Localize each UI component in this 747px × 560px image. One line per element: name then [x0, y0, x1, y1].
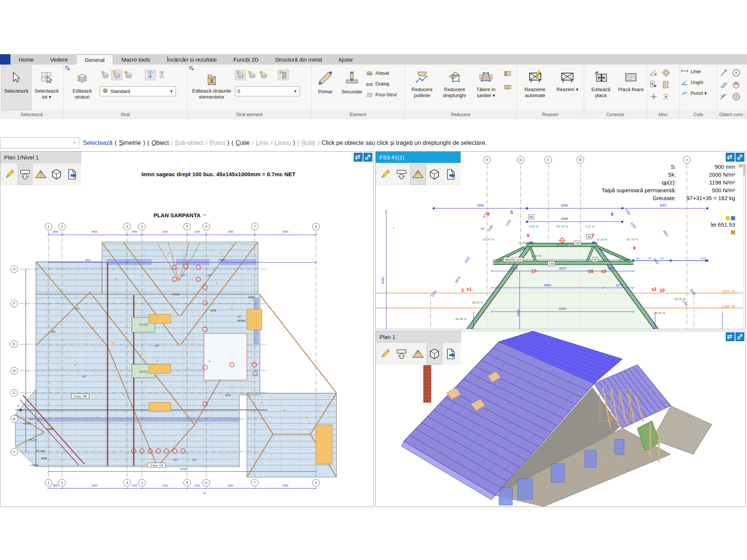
plan-view-button[interactable] — [18, 164, 32, 185]
hatch-block-button[interactable] — [501, 68, 514, 79]
vertical-scrollbar[interactable] — [743, 163, 746, 329]
obiect-eye-button[interactable] — [731, 91, 741, 102]
atasat-button[interactable]: Atașat — [366, 68, 397, 78]
command-segment[interactable]: Rotiți — [301, 140, 315, 146]
plan-view-button[interactable] — [394, 343, 409, 364]
tab-general[interactable]: General — [76, 54, 113, 65]
command-segment[interactable]: ) — [143, 140, 145, 146]
reducere-dreptunghi-button[interactable]: Reducere dre­ptunghi — [438, 65, 471, 110]
tab-macro-tools[interactable]: Macro tools — [113, 54, 159, 65]
edit-tool-button[interactable] — [377, 343, 393, 364]
command-segment[interactable]: Lasou — [275, 140, 291, 146]
command-segment[interactable]: ) — [227, 140, 229, 146]
dialog-launcher-icon[interactable] — [189, 66, 194, 71]
cube-view-button[interactable] — [427, 164, 442, 185]
plate-dot-button[interactable] — [501, 82, 514, 92]
cube-view-button[interactable] — [427, 343, 442, 364]
obiect-circle-point-button[interactable] — [731, 68, 741, 78]
layer-dropdown[interactable]: Standard ▼ — [100, 86, 176, 96]
obiect-delete-button[interactable] — [731, 80, 741, 90]
truss-view-button[interactable] — [410, 164, 426, 185]
obiect-check-button[interactable] — [718, 91, 729, 102]
posi-strut-button[interactable]: Posi-Strut — [366, 90, 397, 99]
command-segment[interactable]: ( — [232, 140, 233, 146]
command-history-dropdown[interactable]: ˅ — [0, 137, 79, 149]
editeaza-placa-button[interactable]: Editează placa — [585, 65, 616, 110]
element-layer-stamp-button[interactable] — [258, 70, 269, 80]
command-segment[interactable]: Cutie — [236, 140, 249, 146]
cote-linie-button[interactable]: Linie — [681, 67, 716, 76]
secundar-button[interactable]: Secundar — [338, 65, 366, 110]
command-segment[interactable]: Obiect — [152, 140, 169, 146]
taiere-santier-button[interactable]: Tăiere în șantier ▾ — [471, 65, 501, 110]
edit-element-layers-button[interactable]: Editează straturile elementelor — [189, 65, 235, 114]
command-segment[interactable]: ) — [293, 140, 295, 146]
command-segment[interactable]: ( — [115, 140, 117, 146]
tab--nc-rc-ri-si-rezultate[interactable]: Încărcări si rezultate — [158, 54, 225, 65]
reazeme-automate-button[interactable]: Reazeme automate — [518, 65, 552, 110]
command-segment[interactable]: Sub-obiect — [175, 140, 204, 146]
misc-doc-export-button[interactable] — [648, 80, 659, 90]
maximize-view-button[interactable] — [735, 153, 744, 162]
command-segment[interactable]: Click pe obiecte sau click și trageți un… — [322, 140, 487, 146]
layer-stamp-button[interactable] — [123, 70, 134, 80]
cube-view-button[interactable] — [49, 164, 64, 185]
plan-view-button[interactable] — [394, 164, 409, 185]
app-logo[interactable] — [0, 54, 10, 65]
command-segment[interactable]: ( — [297, 140, 299, 146]
command-segment[interactable]: Simetrie — [119, 140, 141, 146]
cote-punct-button[interactable]: Punct ▾ — [681, 88, 716, 98]
viewport-truss[interactable]: EDCBA++435926885057268818162623181649801… — [375, 151, 746, 329]
obiect-line-button[interactable] — [718, 68, 729, 78]
layer-active-button[interactable] — [111, 70, 122, 80]
tab-vedere[interactable]: Vedere — [42, 54, 76, 65]
cote-unghi-button[interactable]: Unghi — [681, 78, 716, 87]
tab-ajutor[interactable]: Ajutor — [330, 54, 361, 65]
command-segment[interactable]: / — [271, 140, 272, 146]
misc-angle-delete-button[interactable] — [648, 68, 659, 78]
tab-func-ii-2d[interactable]: Funcții 2D — [225, 54, 267, 65]
swap-view-button[interactable] — [354, 153, 363, 162]
fan-view-button[interactable] — [156, 70, 167, 80]
maximize-view-button[interactable] — [363, 153, 372, 162]
swap-view-button[interactable] — [726, 332, 735, 341]
element-layer-active-button[interactable] — [247, 70, 257, 80]
viewport-plan-title[interactable]: Plan 1/Nivel 1 — [0, 152, 81, 163]
truss-view-button[interactable] — [410, 343, 426, 364]
viewport-truss-title[interactable]: FS3 #1(1) — [376, 152, 461, 163]
dublaj-button[interactable]: Dublaj — [366, 79, 397, 88]
plan-drawing[interactable]: 1122334455667788GFEDCBAC3 C3C3 C31850480… — [0, 186, 374, 507]
command-segment[interactable]: / — [206, 140, 207, 146]
command-segment[interactable]: ( — [148, 140, 149, 146]
element-column-view-button[interactable] — [278, 70, 289, 80]
export-view-button[interactable] — [443, 343, 459, 364]
primar-button[interactable]: Primar — [313, 65, 338, 110]
command-segment[interactable]: / — [171, 140, 173, 146]
misc-column-dim-button[interactable] — [660, 80, 671, 90]
misc-grid-plus-button[interactable] — [660, 91, 671, 102]
freeze-view-button[interactable] — [145, 70, 156, 80]
command-segment[interactable]: Linie — [256, 140, 269, 146]
tab-structur-din-metal[interactable]: Structură din metal — [267, 54, 330, 65]
select-all-button[interactable]: Selectează tot ▾ — [31, 65, 62, 110]
viewport-3d[interactable]: Plan 1 — [375, 331, 746, 507]
command-segment[interactable]: Punct — [210, 140, 225, 146]
tab-home[interactable]: Home — [10, 54, 42, 65]
edit-layers-button[interactable]: Editează straturi — [65, 65, 100, 114]
viewport-3d-title[interactable]: Plan 1 — [376, 331, 461, 343]
obiect-parallel-button[interactable] — [718, 80, 729, 90]
command-segment[interactable]: ) — [317, 140, 319, 146]
truss-view-button[interactable] — [33, 164, 48, 185]
viewport-plan[interactable]: 1122334455667788GFEDCBAC3 C3C3 C31850480… — [0, 151, 374, 507]
edit-tool-button[interactable] — [2, 164, 17, 185]
swap-view-button[interactable] — [726, 153, 735, 162]
reducere-polilinie-button[interactable]: Reducere polilinie — [406, 65, 438, 110]
reazem-button[interactable]: Reazem ▾ — [552, 65, 583, 110]
element-layer-visibility-button[interactable] — [235, 70, 246, 80]
export-view-button[interactable] — [443, 164, 459, 185]
placa-fixare-button[interactable]: Placă fixare — [616, 65, 645, 110]
element-layer-dropdown[interactable]: 0 ▼ — [235, 86, 300, 96]
export-view-button[interactable] — [65, 164, 80, 185]
misc-add-point-button[interactable] — [648, 91, 659, 102]
misc-plate-hole-button[interactable] — [660, 68, 671, 78]
